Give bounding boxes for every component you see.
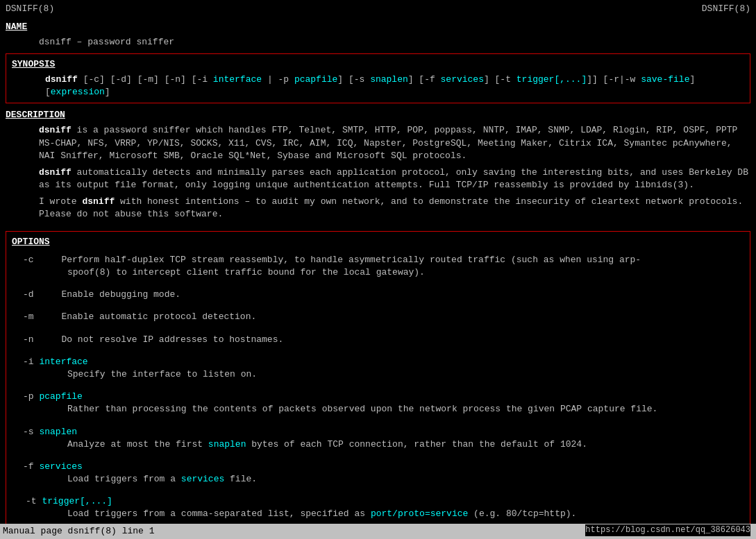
flag-c: -c <box>23 255 34 265</box>
option-i: -i interface Specify the interface to li… <box>12 356 744 381</box>
synopsis-command: dsniff <box>45 74 78 85</box>
flag-t-arg: trigger[,...] <box>42 496 112 506</box>
option-p-desc: Rather than processing the contents of p… <box>12 403 744 416</box>
option-s: -s snaplen Analyze at most the first sna… <box>12 426 744 451</box>
option-m: -m Enable automatic protocol detection. <box>12 311 744 323</box>
desc-para2: dsniff automatically detects and minimal… <box>39 166 750 191</box>
synopsis-close: ] <box>105 87 110 97</box>
synopsis-interface: interface <box>213 74 262 85</box>
name-section: NAME dsniff – password sniffer <box>0 18 756 50</box>
flag-d: -d <box>23 289 34 300</box>
flag-f: -f <box>23 461 34 472</box>
flag-s-arg: snaplen <box>39 427 77 437</box>
options-section: OPTIONS -c Perform half-duplex TCP strea… <box>6 231 750 539</box>
flag-p: -p <box>23 391 34 402</box>
description-title: DESCRIPTION <box>6 109 750 121</box>
flag-p-arg: pcapfile <box>39 391 82 402</box>
synopsis-flags: [-c] [-d] [-m] [-n] [-i <box>83 74 213 85</box>
option-t-desc: Load triggers from a comma-separated lis… <box>12 508 744 520</box>
synopsis-expression: expression <box>51 87 105 97</box>
description-content: dsniff is a password sniffer which handl… <box>6 124 750 221</box>
header-right: DSNIFF(8) <box>702 3 750 15</box>
synopsis-content: dsniff [-c] [-d] [-m] [-n] [-i interface… <box>12 74 744 99</box>
option-c-flag: -c Perform half-duplex TCP stream reasse… <box>12 254 744 266</box>
flag-m: -m <box>23 311 34 322</box>
flag-d-desc: Enable debugging mode. <box>61 289 180 300</box>
main-content: DSNIFF(8) DSNIFF(8) NAME dsniff – passwo… <box>0 0 756 539</box>
name-content: dsniff – password sniffer <box>39 36 750 49</box>
url-text: https://blog.csdn.net/qq_38626043 <box>585 524 750 536</box>
port-proto-highlight: port/proto=service <box>371 508 468 519</box>
services-highlight: services <box>181 474 224 484</box>
option-f: -f services Load triggers from a service… <box>12 461 744 486</box>
flag-f-arg: services <box>39 461 82 472</box>
synopsis-savefile: save-file <box>641 74 689 85</box>
option-c: -c Perform half-duplex TCP stream reasse… <box>12 254 744 279</box>
option-i-flag: -i interface <box>12 356 744 368</box>
flag-s: -s <box>23 427 34 437</box>
name-title: NAME <box>6 21 750 33</box>
flag-i-arg: interface <box>39 357 87 367</box>
flag-t: -t <box>26 496 37 506</box>
synopsis-serv: ] [-f <box>408 74 441 85</box>
snaplen-highlight: snaplen <box>208 439 246 450</box>
synopsis-pcapfile: pcapfile <box>294 74 337 85</box>
option-d: -d Enable debugging mode. <box>12 289 744 301</box>
header-left: DSNIFF(8) <box>6 3 54 15</box>
synopsis-trigger: trigger[,...] <box>516 74 587 85</box>
option-t-flag: -t trigger[,...] <box>12 495 744 508</box>
synopsis-services: services <box>441 74 484 85</box>
desc-dsniff2: dsniff <box>39 167 72 178</box>
status-text: Manual page dsniff(8) line 1 <box>3 525 154 538</box>
header-bar: DSNIFF(8) DSNIFF(8) <box>0 0 756 18</box>
synopsis-snaplen: snaplen <box>370 74 408 85</box>
synopsis-section: SYNOPSIS dsniff [-c] [-d] [-m] [-n] [-i … <box>6 53 750 104</box>
option-s-flag: -s snaplen <box>12 426 744 438</box>
option-m-flag: -m Enable automatic protocol detection. <box>12 311 744 323</box>
desc-dsniff1: dsniff <box>39 125 72 135</box>
synopsis-title: SYNOPSIS <box>12 58 744 71</box>
flag-n: -n <box>23 334 34 345</box>
option-n-flag: -n Do not resolve IP addresses to hostna… <box>12 334 744 346</box>
synopsis-pipe: | -p <box>262 74 294 85</box>
synopsis-trig: ] [-t <box>484 74 516 85</box>
desc-para3: I wrote dsniff with honest intentions – … <box>39 196 750 221</box>
desc-dsniff3: dsniff <box>82 196 115 207</box>
option-t: -t trigger[,...] Load triggers from a co… <box>12 495 744 520</box>
option-f-flag: -f services <box>12 461 744 473</box>
flag-m-desc: Enable automatic protocol detection. <box>61 311 256 322</box>
synopsis-snap: ] [-s <box>337 74 370 85</box>
synopsis-end: ]] [-r|-w <box>587 74 641 85</box>
description-section: DESCRIPTION dsniff is a password sniffer… <box>0 106 756 228</box>
desc-para1: dsniff is a password sniffer which handl… <box>39 124 750 162</box>
option-d-flag: -d Enable debugging mode. <box>12 289 744 301</box>
option-s-desc: Analyze at most the first snaplen bytes … <box>12 438 744 451</box>
option-i-desc: Specify the interface to listen on. <box>12 368 744 381</box>
option-p-flag: -p pcapfile <box>12 391 744 403</box>
option-c-desc2: spoof(8) to intercept client traffic bou… <box>12 266 744 279</box>
flag-c-desc1: Perform half-duplex TCP stream reassembl… <box>61 255 641 265</box>
option-f-desc: Load triggers from a services file. <box>12 473 744 486</box>
flag-i: -i <box>23 357 34 367</box>
options-title: OPTIONS <box>12 236 744 248</box>
option-n: -n Do not resolve IP addresses to hostna… <box>12 334 744 346</box>
option-p: -p pcapfile Rather than processing the c… <box>12 391 744 416</box>
flag-n-desc: Do not resolve IP addresses to hostnames… <box>61 334 283 345</box>
